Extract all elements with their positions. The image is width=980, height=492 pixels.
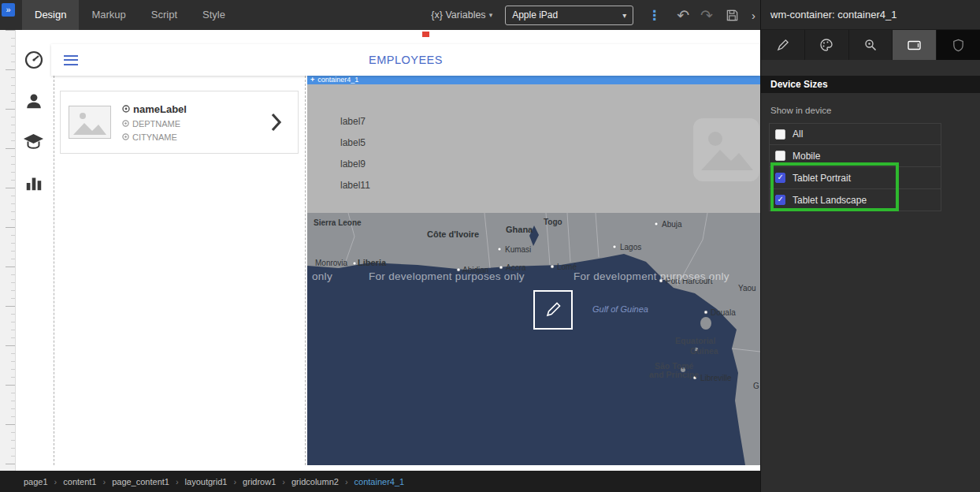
tab-script[interactable]: Script	[139, 0, 190, 30]
design-canvas[interactable]: EMPLOYEES	[51, 30, 760, 471]
nav-education[interactable]	[23, 131, 44, 152]
map-label-abuja: Abuja	[662, 220, 682, 229]
dashboard-gauge-icon	[24, 50, 44, 70]
breadcrumb-layoutgrid1[interactable]: layoutgrid1	[185, 477, 228, 486]
map-watermark: For development purposes only	[369, 270, 525, 282]
container-body[interactable]: label7 label5 label9 label11	[307, 84, 760, 213]
map-label-liberia: Liberia	[358, 258, 387, 267]
selected-widget-title: wm-container: container4_1	[761, 0, 980, 30]
map-label-monrovia: Monrovia	[315, 259, 348, 267]
map-label-libreville: Libreville	[700, 374, 732, 382]
tab-design[interactable]: Design	[22, 0, 79, 30]
map-label-yaounde: Yaou	[738, 284, 756, 293]
breadcrumb-content1[interactable]: content1	[63, 477, 96, 486]
wavemaker-studio: » Design Markup Script Style {x} Variabl…	[0, 0, 980, 492]
map-label-equatorial-guinea-1: Equatorial	[675, 336, 715, 345]
breadcrumb-gridrow1[interactable]: gridrow1	[243, 477, 276, 486]
sidebar-expand-icon[interactable]: »	[2, 3, 15, 17]
map-label-sierra-leone: Sierra Leone	[314, 218, 362, 227]
device-size-list: All Mobile Tablet Portrait Tablet Landsc…	[769, 123, 941, 211]
breadcrumb-gridcolumn2[interactable]: gridcolumn2	[291, 477, 339, 486]
checkbox-all[interactable]	[775, 129, 785, 140]
list-item-template[interactable]: nameLabel DEPTNAME C	[60, 91, 299, 154]
list-widget-column[interactable]: nameLabel DEPTNAME C	[54, 76, 306, 465]
container4-1-widget[interactable]: + container4_1 label7 label5 label9 labe…	[307, 74, 760, 213]
tab-style[interactable]: Style	[190, 0, 238, 30]
selection-label: container4_1	[317, 76, 358, 84]
breadcrumb-separator: ›	[339, 477, 355, 486]
breadcrumb-container4-1[interactable]: container4_1	[355, 477, 405, 486]
person-icon	[24, 91, 43, 110]
nav-dashboard[interactable]	[23, 49, 44, 70]
tab-styles[interactable]	[805, 30, 849, 60]
binding-icon	[122, 133, 129, 140]
map-canvas[interactable]: Sierra Leone Côte d'Ivoire Ghana Togo Ab…	[307, 213, 760, 465]
menu-hamburger-icon[interactable]	[64, 55, 78, 65]
device-row-mobile[interactable]: Mobile	[769, 145, 941, 167]
device-select-value: Apple iPad	[512, 9, 558, 20]
variables-button[interactable]: {x} Variables ▾	[431, 9, 492, 20]
move-icon: +	[310, 76, 314, 84]
chevron-right-icon	[271, 112, 282, 132]
pencil-icon	[776, 39, 789, 52]
google-map-widget[interactable]: Sierra Leone Côte d'Ivoire Ghana Togo Ab…	[307, 213, 760, 465]
widget-breadcrumb: page1 › content1 › page_content1 › layou…	[0, 471, 760, 492]
save-button[interactable]	[726, 9, 739, 22]
breadcrumb-separator: ›	[96, 477, 112, 486]
tab-markup[interactable]: Markup	[79, 0, 138, 30]
map-label-togo: Togo	[544, 218, 562, 226]
undo-icon[interactable]: ↶	[677, 6, 689, 24]
redo-icon[interactable]: ↷	[700, 6, 713, 24]
breadcrumb-separator: ›	[48, 477, 64, 486]
graduation-cap-icon	[23, 132, 44, 151]
show-in-device-label: Show in device	[770, 106, 980, 115]
checkbox-tablet-portrait[interactable]	[775, 173, 785, 183]
map-label-equatorial-guinea-2: Guinea	[690, 346, 718, 356]
checkbox-tablet-landscape[interactable]	[775, 195, 785, 205]
tab-search-properties[interactable]	[849, 30, 893, 60]
nav-employees[interactable]	[23, 90, 44, 111]
inspector-tabs	[761, 30, 980, 60]
map-label-gulf-of-guinea: Gulf of Guinea	[592, 304, 648, 314]
top-toolbar: » Design Markup Script Style {x} Variabl…	[0, 0, 760, 30]
map-label-lagos: Lagos	[620, 243, 641, 252]
palette-icon	[819, 38, 833, 52]
device-row-tablet-landscape[interactable]: Tablet Landscape	[769, 189, 941, 211]
panel-collapse-icon[interactable]: ›	[752, 9, 755, 22]
device-row-label: Tablet Landscape	[793, 195, 867, 206]
binding-icon	[122, 105, 130, 113]
device-row-tablet-portrait[interactable]: Tablet Portrait	[769, 167, 941, 189]
map-label-douala: Douala	[711, 308, 736, 317]
binding-icon	[122, 120, 129, 127]
photo-placeholder-icon	[69, 106, 111, 139]
search-gear-icon	[863, 38, 878, 52]
breadcrumb-separator: ›	[169, 477, 185, 486]
name-label-widget[interactable]: nameLabel	[133, 103, 187, 115]
app-header-widget[interactable]: EMPLOYEES	[51, 44, 760, 76]
tablet-icon	[907, 38, 922, 53]
breadcrumb-separator: ›	[276, 477, 291, 486]
device-row-all[interactable]: All	[769, 123, 941, 145]
more-menu-icon[interactable]: ⋮	[648, 7, 661, 24]
device-preview-select[interactable]: Apple iPad ▾	[505, 6, 633, 25]
dept-label-widget[interactable]: DEPTNAME	[132, 119, 180, 129]
device-row-label: All	[793, 129, 803, 140]
map-label-ghana: Ghana	[506, 225, 533, 234]
map-label-sao-tome-2: and Príncipe	[649, 370, 699, 379]
city-label-widget[interactable]: CITYNAME	[132, 132, 177, 142]
breadcrumb-page1[interactable]: page1	[24, 477, 48, 486]
map-label-cote-divoire: Côte d'Ivoire	[427, 229, 479, 239]
page-title: EMPLOYEES	[51, 54, 760, 66]
device-row-label: Tablet Portrait	[793, 173, 851, 184]
tab-security[interactable]	[937, 30, 980, 60]
map-edit-button[interactable]	[533, 290, 573, 330]
large-image-placeholder[interactable]	[692, 117, 761, 183]
tab-device-sizes[interactable]	[893, 30, 937, 60]
device-row-label: Mobile	[793, 151, 820, 162]
tab-properties[interactable]	[761, 30, 805, 60]
breadcrumb-page-content1[interactable]: page_content1	[112, 477, 169, 486]
breadcrumb-separator: ›	[227, 477, 243, 486]
list-item-text: nameLabel DEPTNAME C	[122, 103, 187, 142]
nav-reports[interactable]	[23, 172, 44, 193]
checkbox-mobile[interactable]	[775, 151, 785, 161]
